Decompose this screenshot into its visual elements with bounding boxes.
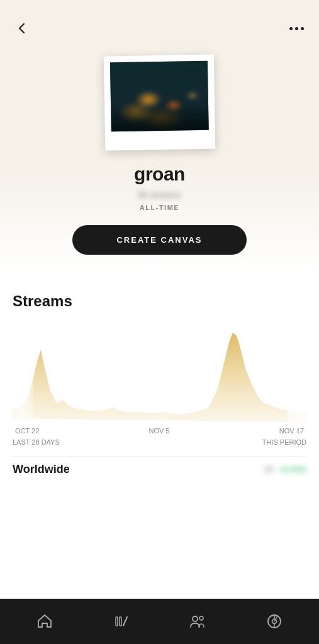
streams-count-blurred: 89 streams xyxy=(138,190,181,200)
axis-label-nov5: NOV 5 xyxy=(149,427,170,435)
nav-item-artists[interactable] xyxy=(179,608,216,635)
stat-count: 88 xyxy=(264,465,273,474)
svg-rect-1 xyxy=(288,321,306,422)
streams-chart xyxy=(13,321,306,422)
stat-change: +0.00% xyxy=(279,465,306,474)
profile-music-icon xyxy=(266,613,283,630)
dot2 xyxy=(295,27,298,30)
home-icon xyxy=(36,613,53,630)
nav-bar xyxy=(13,19,306,38)
svg-point-6 xyxy=(199,616,203,620)
worldwide-label: Worldwide xyxy=(13,463,70,476)
svg-rect-0 xyxy=(13,321,31,422)
dot1 xyxy=(289,27,293,30)
top-section: groan 89 streams ALL-TIME CREATE CANVAS xyxy=(0,0,319,274)
nav-item-library[interactable] xyxy=(103,608,140,635)
svg-rect-3 xyxy=(120,617,121,626)
svg-rect-2 xyxy=(116,617,118,626)
svg-point-5 xyxy=(193,616,198,621)
worldwide-row[interactable]: Worldwide 88 +0.00% xyxy=(13,456,306,482)
users-icon xyxy=(189,613,206,630)
more-options-button[interactable] xyxy=(287,25,306,33)
period-right-label: THIS PERIOD xyxy=(262,438,306,446)
axis-label-oct: OCT 22 xyxy=(15,427,39,435)
bottom-nav xyxy=(0,599,319,644)
library-icon xyxy=(113,613,130,630)
album-art xyxy=(110,61,209,132)
period-row: LAST 28 DAYS THIS PERIOD xyxy=(13,438,306,446)
dot3 xyxy=(301,27,304,30)
streams-heading: Streams xyxy=(13,292,306,310)
nav-item-home[interactable] xyxy=(26,608,63,635)
period-label: ALL-TIME xyxy=(140,204,179,211)
axis-label-nov17: NOV 17 xyxy=(279,427,304,435)
create-canvas-button[interactable]: CREATE CANVAS xyxy=(72,225,246,255)
back-button[interactable] xyxy=(13,19,31,38)
album-polaroid xyxy=(104,54,216,150)
axis-labels: OCT 22 NOV 5 NOV 17 xyxy=(13,427,306,435)
nav-item-profile[interactable] xyxy=(256,608,293,635)
song-title: groan xyxy=(134,164,185,185)
worldwide-stats: 88 +0.00% xyxy=(264,465,306,474)
period-left-label: LAST 28 DAYS xyxy=(13,438,60,446)
svg-line-4 xyxy=(123,617,127,626)
main-content: Streams OCT 22 xyxy=(0,274,319,599)
